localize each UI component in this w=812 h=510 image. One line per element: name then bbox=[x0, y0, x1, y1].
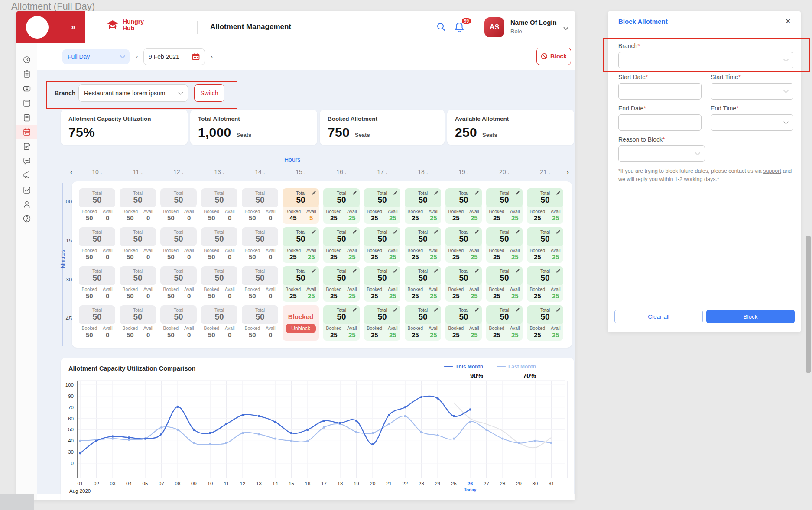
date-prev-chevron[interactable]: ‹ bbox=[136, 53, 138, 60]
calendar-icon bbox=[23, 128, 31, 136]
avail-label: Avail bbox=[347, 287, 357, 292]
close-icon[interactable]: ✕ bbox=[785, 17, 791, 26]
avail-value: 25 bbox=[471, 253, 478, 261]
sidebar-item-help[interactable] bbox=[16, 212, 37, 226]
period-select[interactable]: Full Day bbox=[62, 49, 130, 64]
clear-all-button[interactable]: Clear all bbox=[614, 310, 703, 323]
total-value: 50 bbox=[244, 196, 276, 204]
avail-value: 0 bbox=[228, 253, 231, 261]
switch-branch-button[interactable]: Switch bbox=[194, 84, 224, 102]
sidebar-item-dashboard[interactable] bbox=[16, 53, 37, 67]
booked-label: Booked bbox=[163, 287, 179, 292]
avail-label: Avail bbox=[429, 287, 438, 292]
sidebar-item-megaphone[interactable] bbox=[16, 168, 37, 182]
total-value: 50 bbox=[325, 313, 358, 321]
booked-value: 50 bbox=[127, 292, 134, 300]
start-date-input[interactable] bbox=[618, 83, 702, 100]
branch-select[interactable]: Restaurant name lorem ipsum bbox=[78, 84, 188, 102]
date-picker[interactable]: 9 Feb 2021 bbox=[143, 48, 205, 65]
booked-label: Booked bbox=[326, 326, 341, 331]
unblock-button[interactable]: Unblock bbox=[286, 324, 315, 333]
edit-pencil-icon[interactable] bbox=[556, 229, 561, 234]
edit-pencil-icon[interactable] bbox=[434, 307, 438, 312]
booked-label: Booked bbox=[489, 248, 504, 253]
edit-pencil-icon[interactable] bbox=[393, 268, 398, 273]
branch-field-select[interactable] bbox=[618, 52, 793, 68]
booked-value: 25 bbox=[412, 292, 419, 300]
sidebar-item-chat[interactable] bbox=[16, 154, 37, 168]
edit-pencil-icon[interactable] bbox=[515, 268, 520, 273]
sidebar-item-analytics[interactable] bbox=[16, 183, 37, 197]
panel-block-button[interactable]: Block bbox=[706, 310, 795, 323]
help-icon bbox=[23, 214, 31, 223]
edit-pencil-icon[interactable] bbox=[434, 268, 438, 273]
edit-pencil-icon[interactable] bbox=[474, 268, 479, 273]
scrollbar-thumb[interactable] bbox=[806, 236, 811, 373]
avail-value: 0 bbox=[187, 214, 191, 222]
edit-pencil-icon[interactable] bbox=[474, 190, 479, 195]
data-point bbox=[436, 397, 438, 399]
end-date-input[interactable] bbox=[618, 114, 702, 131]
avail-label: Avail bbox=[103, 209, 113, 214]
user-menu-chevron-down-icon[interactable] bbox=[563, 24, 568, 32]
booked-label: Booked bbox=[81, 248, 97, 253]
booked-value: 25 bbox=[371, 292, 378, 300]
edit-pencil-icon[interactable] bbox=[515, 229, 520, 234]
start-time-select[interactable] bbox=[711, 83, 793, 100]
data-point bbox=[485, 429, 487, 431]
sidebar-item-clipboard[interactable] bbox=[16, 67, 37, 81]
edit-pencil-icon[interactable] bbox=[556, 268, 561, 273]
avail-label: Avail bbox=[184, 209, 194, 214]
edit-pencil-icon[interactable] bbox=[393, 190, 398, 195]
avail-label: Avail bbox=[266, 248, 276, 253]
edit-pencil-icon[interactable] bbox=[434, 229, 438, 234]
sidebar-item-calendar[interactable] bbox=[16, 125, 37, 139]
edit-pencil-icon[interactable] bbox=[434, 190, 438, 195]
edit-pencil-icon[interactable] bbox=[312, 268, 316, 273]
total-value: 50 bbox=[447, 196, 480, 204]
data-point bbox=[128, 439, 130, 441]
hours-prev-chevron[interactable]: ‹ bbox=[70, 168, 72, 176]
booked-label: Booked bbox=[81, 209, 97, 214]
date-next-chevron[interactable]: › bbox=[211, 53, 213, 60]
edit-pencil-icon[interactable] bbox=[474, 229, 479, 234]
avail-value: 25 bbox=[308, 292, 315, 300]
sidebar-item-card[interactable] bbox=[16, 96, 37, 110]
sidebar-item-user[interactable] bbox=[16, 197, 37, 211]
sidebar-item-receipt[interactable] bbox=[16, 139, 37, 153]
blocked-label: Blocked bbox=[288, 313, 313, 320]
edit-pencil-icon[interactable] bbox=[352, 307, 357, 312]
edit-pencil-icon[interactable] bbox=[312, 190, 316, 195]
block-button[interactable]: Block bbox=[536, 48, 571, 65]
support-link[interactable]: support bbox=[763, 168, 781, 174]
sidebar-expand-icon[interactable]: » bbox=[71, 23, 75, 32]
edit-pencil-icon[interactable] bbox=[352, 268, 357, 273]
avail-label: Avail bbox=[103, 248, 113, 253]
stat-card-utilization: Allotment Capacity Utilization 75% bbox=[61, 110, 188, 145]
avail-label: Avail bbox=[469, 209, 479, 214]
reason-select[interactable] bbox=[618, 145, 705, 162]
allotment-cell: Total50Booked50Avail0 bbox=[160, 227, 197, 263]
edit-pencil-icon[interactable] bbox=[556, 307, 561, 312]
sidebar-item-ticket[interactable] bbox=[16, 82, 37, 96]
search-icon[interactable] bbox=[436, 22, 446, 34]
stat-label: Available Allotment bbox=[455, 116, 566, 122]
edit-pencil-icon[interactable] bbox=[474, 307, 479, 312]
edit-pencil-icon[interactable] bbox=[352, 190, 357, 195]
edit-pencil-icon[interactable] bbox=[312, 229, 316, 234]
total-value: 50 bbox=[366, 274, 399, 282]
end-time-select[interactable] bbox=[711, 114, 793, 131]
hours-next-chevron[interactable]: › bbox=[567, 168, 569, 176]
allotment-cell: Total50Booked25Avail25 bbox=[283, 227, 319, 263]
edit-pencil-icon[interactable] bbox=[515, 190, 520, 195]
notifications-bell-icon[interactable] bbox=[454, 22, 464, 35]
edit-pencil-icon[interactable] bbox=[556, 190, 561, 195]
edit-pencil-icon[interactable] bbox=[515, 307, 520, 312]
edit-pencil-icon[interactable] bbox=[393, 307, 398, 312]
avail-value: 0 bbox=[187, 292, 191, 300]
edit-pencil-icon[interactable] bbox=[393, 229, 398, 234]
avatar[interactable]: AS bbox=[484, 17, 504, 37]
avail-label: Avail bbox=[429, 248, 438, 253]
edit-pencil-icon[interactable] bbox=[352, 229, 357, 234]
sidebar-item-document[interactable] bbox=[16, 111, 37, 125]
